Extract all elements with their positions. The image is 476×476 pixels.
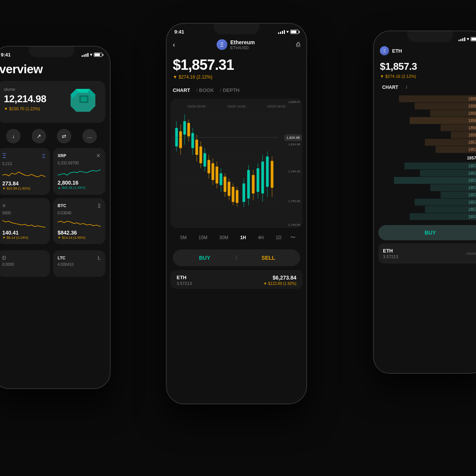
receive-icon: ↓ <box>6 129 21 143</box>
ob-tabs: CHART / <box>374 82 476 92</box>
more-icon: … <box>82 129 97 143</box>
svg-rect-42 <box>236 190 238 203</box>
tf-1h[interactable]: 1H <box>237 233 249 242</box>
buy-price-4: 1857.38 <box>467 186 476 190</box>
sell-row-1: 1858.33 <box>378 95 476 102</box>
buy-price-3: 1857.39 <box>467 178 476 183</box>
battery-icon-right <box>471 37 476 41</box>
send-btn[interactable]: ↗ <box>32 129 46 143</box>
doge-icon: Ð <box>2 255 6 261</box>
ob-tab-sep: / <box>402 82 411 92</box>
eth-change-right: ▼ $274.16 (2.12%) <box>374 74 476 82</box>
buy-price-1: 1857.45 <box>467 164 476 168</box>
ep-amount: 3.57213 <box>383 254 398 259</box>
sell-price-7: 1857.88 <box>467 140 476 145</box>
btc-icon: ₿ <box>98 203 101 209</box>
ob-tab-chart[interactable]: CHART <box>378 82 402 92</box>
svg-rect-54 <box>266 156 269 187</box>
ltc-name: LTC <box>58 256 66 260</box>
price-label-4: 1,753.95 <box>288 199 300 203</box>
sell-price-8: 1857.87 <box>467 148 476 152</box>
coin-card-dash[interactable]: ≡ 5600 140.41 ▼ $6.14 (2.24%) <box>0 198 50 244</box>
eth-icon-right: Ξ <box>42 153 45 159</box>
svg-rect-38 <box>228 182 230 196</box>
coin-card-btc[interactable]: BTC ₿ 0.03040 $842.36 ▼ $14.14 (1.65%) <box>53 198 105 244</box>
sell-button[interactable]: SELL <box>239 251 298 265</box>
xrp-mini-chart <box>58 167 101 178</box>
candlestick-chart <box>170 98 281 228</box>
coin-header-xrp: XRP ✕ <box>58 153 101 159</box>
btc-price: $842.36 <box>58 230 101 236</box>
portfolio-card: olume 12,214.98 ▼ $150.70 (1.22%) <box>0 81 105 123</box>
signal-icon-right <box>458 37 465 41</box>
tf-4h[interactable]: 4H <box>255 233 267 242</box>
more-btn[interactable]: … <box>82 129 97 143</box>
svg-rect-5 <box>81 97 87 101</box>
svg-rect-48 <box>252 175 254 194</box>
chart-container: 1,845.47 1,820.98 1,814.96 1,784.45 1,75… <box>170 98 302 228</box>
sell-price-4: 1858.28 <box>467 119 476 123</box>
wifi-icon-right: ▾ <box>467 37 469 42</box>
swap-btn[interactable]: ⇄ <box>57 129 71 143</box>
crypto-3d-graphic <box>69 87 99 114</box>
coin-header-btc: BTC ₿ <box>58 203 101 209</box>
battery-icon-center <box>290 30 299 34</box>
eth-mini-chart <box>2 167 45 179</box>
phone-center-notch <box>214 24 259 34</box>
svg-rect-50 <box>257 168 259 192</box>
tab-book[interactable]: BOOK <box>199 85 219 95</box>
price-label-3: 1,784.45 <box>288 170 300 173</box>
tf-15m[interactable]: 15M <box>196 233 211 242</box>
sell-price-5: 1858.20 <box>467 126 476 130</box>
ep-symbol: ETH <box>383 248 398 254</box>
ltc-icon: Ł <box>98 255 101 261</box>
sell-row-5: 1858.20 <box>378 124 476 131</box>
chart-type-icon[interactable]: 〜 <box>290 234 296 241</box>
btc-mini-chart <box>58 217 101 228</box>
buy-row-8: 1857.30 <box>378 213 476 220</box>
tf-1d[interactable]: 1D <box>273 233 285 242</box>
buy-orders-list: 1857.45 1857.41 1857.39 1857.38 1857.37 … <box>374 162 476 220</box>
coin-card-eth[interactable]: Ξ Ξ 0.213 273.84 ▼ $22.89 (1.92%) <box>0 148 50 195</box>
xrp-icon: ✕ <box>96 153 101 159</box>
sell-row-8: 1857.87 <box>378 146 476 153</box>
tab-chart[interactable]: CHART <box>173 85 195 95</box>
coin-header-dash: ≡ <box>2 203 45 209</box>
buy-price-5: 1857.37 <box>467 193 476 197</box>
tab-depth[interactable]: DEPTH <box>223 85 244 95</box>
bookmark-icon[interactable]: ⎙ <box>296 41 300 48</box>
tf-30m[interactable]: 30M <box>216 233 231 242</box>
price-label-highlight: 1,820.98 <box>285 135 302 141</box>
chart-tabs: CHART / BOOK / DEPTH <box>167 85 306 95</box>
price-label-2: 1,814.96 <box>288 143 300 146</box>
eth-logo: Ξ <box>217 39 227 50</box>
buy-button[interactable]: BUY <box>175 251 234 265</box>
sell-price-6: 1856.14 <box>467 133 476 137</box>
xrp-price: 2,800.16 <box>58 180 101 186</box>
sell-row-3: 1858.31 <box>378 110 476 117</box>
svg-rect-28 <box>207 160 210 173</box>
svg-rect-26 <box>203 153 206 167</box>
buy-row-4: 1857.38 <box>378 184 476 191</box>
dash-price: 140.41 <box>2 230 45 236</box>
ob-buy-button[interactable]: BUY <box>378 225 476 240</box>
buy-sell-separator: / <box>236 255 237 261</box>
buy-price-2: 1857.41 <box>467 171 476 175</box>
overview-header: verview <box>0 59 110 81</box>
sell-price-2: 1858.32 <box>467 104 476 108</box>
back-button[interactable]: ‹ <box>173 41 175 49</box>
receive-btn[interactable]: ↓ <box>6 129 21 143</box>
phone-left: 9:41 ▾ verview olume 12,21 <box>0 46 111 389</box>
price-label-5: 1,753.95 <box>288 223 300 227</box>
portfolio-label: olume <box>4 87 46 92</box>
coin-card-ltc[interactable]: LTC Ł 4.000410 <box>53 250 105 277</box>
wifi-icon-center: ▾ <box>286 29 289 34</box>
status-icons-left: ▾ <box>82 52 102 57</box>
phone-center-screen: 9:41 ▾ ‹ Ξ Ethereum E <box>167 24 306 404</box>
ep-drag-handle[interactable] <box>466 252 476 255</box>
phone-right: ▾ Ξ ETH $1,857.3 ▼ $274.16 (2.12%) CHART… <box>373 31 476 374</box>
tf-5m[interactable]: 5M <box>177 233 190 242</box>
svg-rect-14 <box>179 131 182 148</box>
coin-card-xrp[interactable]: XRP ✕ 6,332.69700 2,800.16 ▲ $45.36 (1.5… <box>53 148 105 195</box>
coin-card-doge[interactable]: Ð 0.0000 <box>0 250 50 277</box>
